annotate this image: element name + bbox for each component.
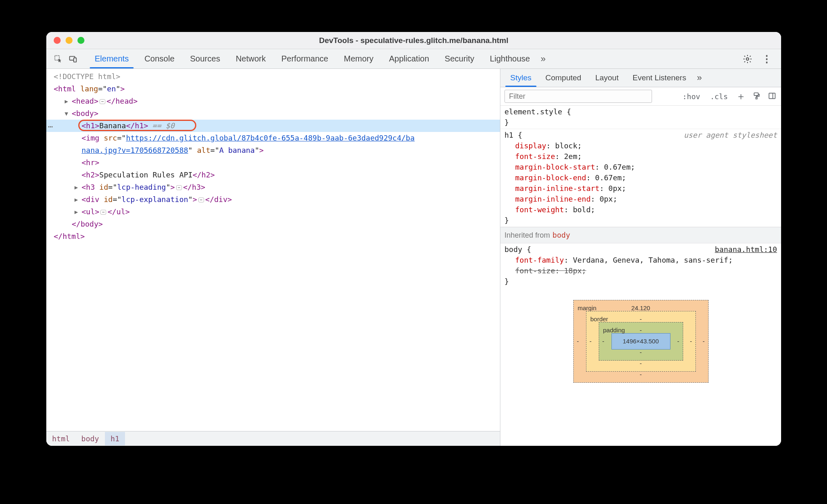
styles-filter-input[interactable] [504,90,652,103]
source-link[interactable]: banana.html:10 [715,244,777,255]
dom-node-ul[interactable]: ▶<ul>⋯</ul> [46,206,500,218]
stab-layout[interactable]: Layout [588,69,625,86]
collapsed-badge-icon: ⋯ [100,210,106,215]
style-rules: element.style { } h1 {user agent stylesh… [500,106,781,446]
devtools-window: DevTools - speculative-rules.glitch.me/b… [46,32,781,446]
tab-lighthouse[interactable]: Lighthouse [482,50,537,68]
tab-performance[interactable]: Performance [274,50,336,68]
dom-node-img[interactable]: <img src="https://cdn.glitch.global/87b4… [46,132,500,144]
dom-node-head[interactable]: ▶<head>⋯</head> [46,95,500,107]
svg-rect-5 [756,97,757,99]
settings-gear-icon[interactable] [743,54,752,64]
box-model-padding: padding - - - - 1496×43.500 [599,322,683,361]
dom-tree[interactable]: <!DOCTYPE html> <html lang="en"> ▶<head>… [46,69,500,431]
tab-application[interactable]: Application [382,50,436,68]
dom-node-hr[interactable]: <hr> [46,157,500,169]
main-tabbar: Elements Console Sources Network Perform… [46,49,781,69]
collapsed-badge-icon: ⋯ [176,185,182,190]
cls-toggle[interactable]: .cls [709,91,729,102]
paint-icon[interactable] [752,92,761,101]
crumb-html[interactable]: html [46,432,75,445]
collapsed-badge-icon: ⋯ [198,198,204,202]
styles-panel: Styles Computed Layout Event Listeners »… [500,69,781,446]
elements-panel: <!DOCTYPE html> <html lang="en"> ▶<head>… [46,69,500,446]
tab-network[interactable]: Network [228,50,273,68]
collapsed-badge-icon: ⋯ [100,99,105,104]
selected-node-actions-icon[interactable]: ⋯ [48,120,53,133]
stab-event-listeners[interactable]: Event Listeners [626,69,693,86]
svg-point-3 [746,58,749,60]
crumb-h1[interactable]: h1 [105,432,125,445]
svg-rect-6 [769,93,775,98]
tab-memory[interactable]: Memory [336,50,381,68]
tab-elements[interactable]: Elements [87,50,136,68]
dom-node-h3[interactable]: ▶<h3 id="lcp-heading">⋯</h3> [46,181,500,193]
box-model-margin: margin 24.120 - - - border - - - - pad [573,300,709,383]
dom-node-img-cont[interactable]: nana.jpg?v=1705668720588" alt="A banana"… [46,144,500,157]
more-tabs-chevron-icon[interactable]: » [538,52,548,66]
new-style-rule-icon[interactable]: ＋ [736,90,746,103]
dom-node-doctype[interactable]: <!DOCTYPE html> [46,70,500,83]
dom-node-div[interactable]: ▶<div id="lcp-explanation">⋯</div> [46,193,500,206]
more-menu-kebab-icon[interactable]: ⋮ [761,54,771,64]
stab-styles[interactable]: Styles [504,69,538,86]
titlebar: DevTools - speculative-rules.glitch.me/b… [46,32,781,49]
dom-node-body[interactable]: ▼<body> [46,107,500,120]
box-model[interactable]: margin 24.120 - - - border - - - - pad [500,288,781,383]
dom-node-h1-selected[interactable]: ⋯ <h1>Banana</h1>== $0 [46,120,500,132]
box-model-border: border - - - - padding - - - - 14 [586,311,696,372]
svg-rect-2 [74,58,76,62]
rule-h1[interactable]: h1 {user agent stylesheet display: block… [500,129,781,227]
inherited-from-header: Inherited frombody [500,227,781,243]
styles-toolbar: :hov .cls ＋ [500,87,781,106]
dom-node-body-close[interactable]: </body> [46,218,500,230]
close-window-button[interactable] [54,37,61,44]
rule-element-style[interactable]: element.style { } [500,106,781,129]
svg-rect-4 [754,93,758,96]
toggle-sidebar-icon[interactable] [768,92,777,101]
dom-node-html-close[interactable]: </html> [46,230,500,243]
dom-node-h2[interactable]: <h2>Speculation Rules API</h2> [46,169,500,181]
tab-security[interactable]: Security [437,50,482,68]
tab-sources[interactable]: Sources [183,50,227,68]
dom-node-html[interactable]: <html lang="en"> [46,83,500,95]
stab-computed[interactable]: Computed [539,69,588,86]
window-controls [46,37,84,44]
styles-tabs: Styles Computed Layout Event Listeners » [500,69,781,87]
crumb-body[interactable]: body [75,432,105,445]
styles-more-chevron-icon[interactable]: » [695,71,703,85]
device-toolbar-icon[interactable] [68,54,77,64]
zoom-window-button[interactable] [77,37,84,44]
main-tabs: Elements Console Sources Network Perform… [87,50,548,68]
window-title: DevTools - speculative-rules.glitch.me/b… [46,36,781,45]
minimize-window-button[interactable] [66,37,73,44]
inspect-element-icon[interactable] [54,54,63,64]
hov-toggle[interactable]: :hov [681,91,702,102]
breadcrumb: html body h1 [46,431,500,446]
tab-console[interactable]: Console [137,50,182,68]
rule-body[interactable]: body {banana.html:10 font-family: Verdan… [500,243,781,288]
